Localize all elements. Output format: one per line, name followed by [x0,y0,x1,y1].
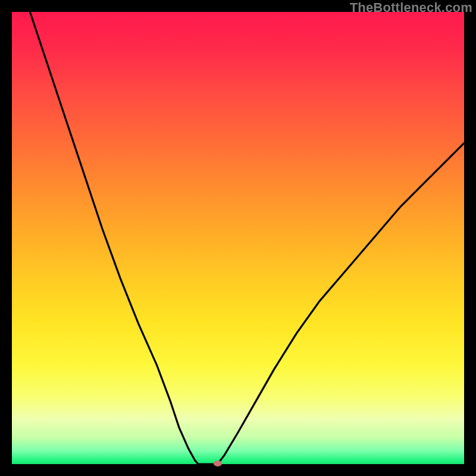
chart-plot-area [12,12,464,464]
chart-marker-dot [214,461,222,466]
chart-background-gradient [12,12,464,464]
